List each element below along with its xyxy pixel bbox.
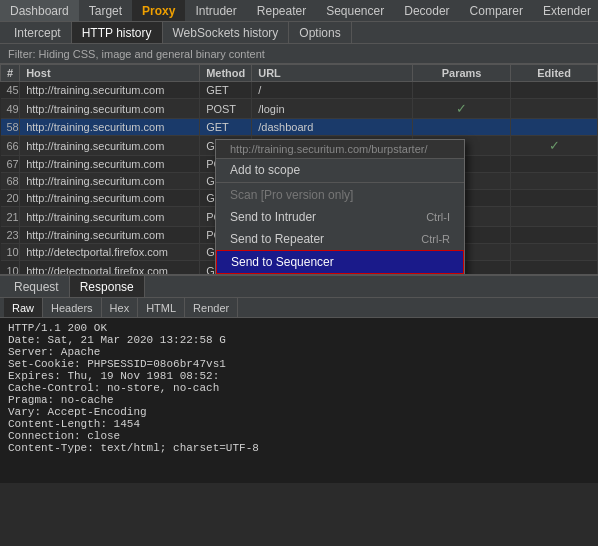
ctx-intruder-shortcut: Ctrl-I [426,211,450,223]
bottom-panel: Request Response Raw Headers Hex HTML Re… [0,274,598,483]
nav-extender[interactable]: Extender [533,0,598,21]
fmt-raw[interactable]: Raw [4,298,43,317]
cell-host: http://detectportal.firefox.com [20,244,200,261]
filter-bar[interactable]: Filter: Hiding CSS, image and general bi… [0,44,598,64]
cell-url: /login [252,99,413,119]
format-tabs: Raw Headers Hex HTML Render [0,298,598,318]
cell-method: GET [200,82,252,99]
cell-params: ✓ [413,99,511,119]
nav-decoder[interactable]: Decoder [394,0,459,21]
cell-edited: ✓ [511,136,598,156]
nav-repeater[interactable]: Repeater [247,0,316,21]
col-method: Method [200,65,252,82]
ctx-repeater-shortcut: Ctrl-R [421,233,450,245]
cell-method: POST [200,99,252,119]
table-row[interactable]: 58 http://training.securitum.com GET /da… [1,119,598,136]
top-navigation: Dashboard Target Proxy Intruder Repeater… [0,0,598,22]
cell-edited [511,244,598,261]
fmt-hex[interactable]: Hex [102,298,139,317]
cell-edited [511,190,598,207]
col-edited: Edited [511,65,598,82]
response-line: Connection: close [8,430,590,442]
cell-url: /dashboard [252,119,413,136]
cell-edited [511,119,598,136]
nav-intruder[interactable]: Intruder [185,0,246,21]
response-line: HTTP/1.1 200 OK [8,322,590,334]
col-url: URL [252,65,413,82]
http-history-table: # Host Method URL Params Edited 45 http:… [0,64,598,274]
cell-id: 66 [1,136,20,156]
table-row[interactable]: 45 http://training.securitum.com GET / [1,82,598,99]
response-line: Content-Type: text/html; charset=UTF-8 [8,442,590,454]
cell-params [413,119,511,136]
cell-host: http://training.securitum.com [20,119,200,136]
response-line: Date: Sat, 21 Mar 2020 13:22:58 G [8,334,590,346]
cell-edited [511,227,598,244]
proxy-sub-tabs: Intercept HTTP history WebSockets histor… [0,22,598,44]
ctx-send-to-sequencer[interactable]: Send to Sequencer [216,250,464,274]
cell-edited [511,156,598,173]
filter-text: Filter: Hiding CSS, image and general bi… [8,48,265,60]
cell-host: http://training.securitum.com [20,207,200,227]
col-params: Params [413,65,511,82]
cell-id: 205 [1,190,20,207]
tab-options[interactable]: Options [289,22,351,43]
response-line: Set-Cookie: PHPSESSID=08o6br47vs1 [8,358,590,370]
cell-id: 68 [1,173,20,190]
tab-http-history[interactable]: HTTP history [72,22,163,43]
nav-dashboard[interactable]: Dashboard [0,0,79,21]
response-line: Expires: Thu, 19 Nov 1981 08:52: [8,370,590,382]
cell-host: http://training.securitum.com [20,136,200,156]
cell-params [413,82,511,99]
cell-edited [511,207,598,227]
ctx-send-to-repeater[interactable]: Send to Repeater Ctrl-R [216,228,464,250]
cell-edited [511,173,598,190]
cell-host: http://training.securitum.com [20,82,200,99]
response-line: Cache-Control: no-store, no-cach [8,382,590,394]
tab-intercept[interactable]: Intercept [4,22,72,43]
cell-id: 231 [1,227,20,244]
cell-url: / [252,82,413,99]
response-line: Content-Length: 1454 [8,418,590,430]
nav-sequencer[interactable]: Sequencer [316,0,394,21]
col-id: # [1,65,20,82]
cell-id: 49 [1,99,20,119]
fmt-render[interactable]: Render [185,298,238,317]
table-row[interactable]: 49 http://training.securitum.com POST /l… [1,99,598,119]
nav-target[interactable]: Target [79,0,132,21]
col-host: Host [20,65,200,82]
request-response-tabs: Request Response [0,276,598,298]
cell-id: 45 [1,82,20,99]
context-menu-url-preview: http://training.securitum.com/burpstarte… [216,140,464,159]
cell-edited [511,261,598,275]
cell-host: http://training.securitum.com [20,227,200,244]
ctx-scan: Scan [Pro version only] [216,184,464,206]
ctx-add-to-scope[interactable]: Add to scope [216,159,464,181]
tab-request[interactable]: Request [4,276,70,297]
response-line: Vary: Accept-Encoding [8,406,590,418]
cell-host: http://training.securitum.com [20,156,200,173]
response-line: Pragma: no-cache [8,394,590,406]
response-content: HTTP/1.1 200 OKDate: Sat, 21 Mar 2020 13… [0,318,598,483]
cell-id: 212 [1,207,20,227]
context-menu: http://training.securitum.com/burpstarte… [215,139,465,274]
fmt-html[interactable]: HTML [138,298,185,317]
cell-host: http://training.securitum.com [20,173,200,190]
cell-id: 67 [1,156,20,173]
cell-edited [511,82,598,99]
tab-websockets-history[interactable]: WebSockets history [163,22,290,43]
cell-host: http://training.securitum.com [20,190,200,207]
nav-comparer[interactable]: Comparer [460,0,533,21]
cell-id: 58 [1,119,20,136]
cell-id: 107 [1,244,20,261]
cell-host: http://training.securitum.com [20,99,200,119]
ctx-send-to-intruder[interactable]: Send to Intruder Ctrl-I [216,206,464,228]
cell-id: 108 [1,261,20,275]
tab-response[interactable]: Response [70,276,145,297]
cell-host: http://detectportal.firefox.com [20,261,200,275]
cell-edited [511,99,598,119]
cell-method: GET [200,119,252,136]
response-line: Server: Apache [8,346,590,358]
nav-proxy[interactable]: Proxy [132,0,185,21]
fmt-headers[interactable]: Headers [43,298,102,317]
